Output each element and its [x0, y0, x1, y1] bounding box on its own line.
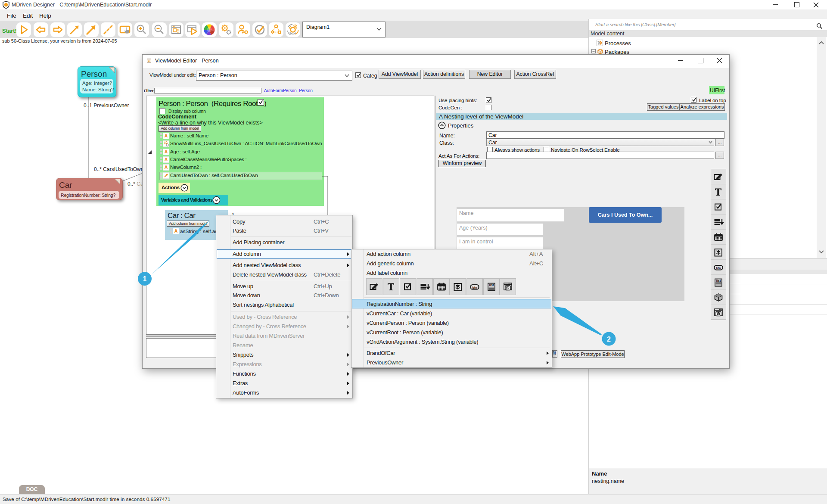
svg-text:btn: btn: [716, 267, 721, 270]
svg-text:1: 1: [143, 275, 147, 283]
svg-text:btn: btn: [473, 286, 477, 289]
svg-text:list: list: [716, 279, 721, 283]
svg-text:list: list: [489, 283, 494, 287]
svg-text:2: 2: [607, 336, 611, 343]
